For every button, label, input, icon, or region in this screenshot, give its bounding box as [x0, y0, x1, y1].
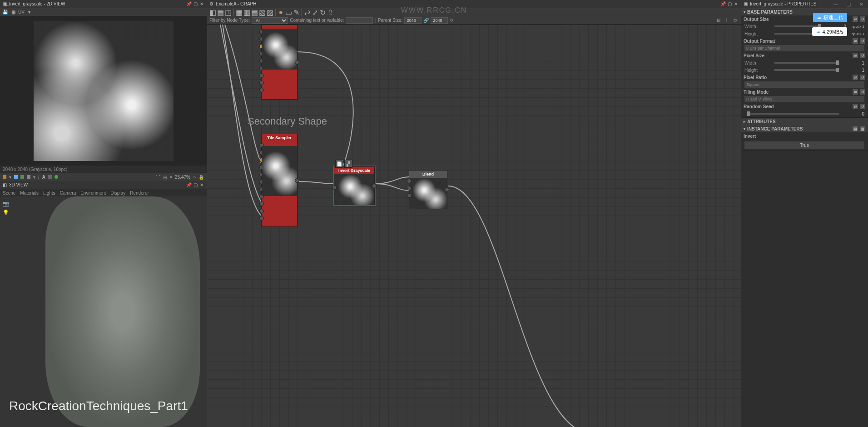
swatch-icon[interactable]	[14, 175, 18, 179]
seed-slider[interactable]	[747, 113, 839, 115]
size-input[interactable]	[431, 17, 448, 24]
popout-icon[interactable]: ▢	[726, 1, 733, 7]
close-icon[interactable]: ✕	[733, 1, 739, 7]
light-icon[interactable]: 💡	[3, 210, 9, 216]
text-icon[interactable]: A	[42, 175, 45, 180]
close-button[interactable]: ✕	[857, 1, 865, 7]
layers-icon[interactable]	[3, 175, 6, 179]
parent-size-input[interactable]	[404, 17, 422, 24]
contain-input[interactable]	[346, 17, 373, 24]
node-port[interactable]	[259, 73, 264, 78]
view-icon[interactable]: ⊞	[715, 17, 722, 24]
node-invert-grayscale[interactable]: 📄 ▞ Invert Grayscale	[334, 166, 375, 205]
grid-icon[interactable]	[27, 175, 30, 179]
uv-dropdown-icon[interactable]: ▾	[26, 9, 33, 15]
node-output-port[interactable]	[295, 60, 299, 65]
node-doc-icon[interactable]: 📄	[335, 160, 343, 168]
pin-icon[interactable]: 📌	[186, 1, 192, 7]
align-icon[interactable]: ▧	[259, 9, 265, 15]
node-input-port[interactable]	[332, 185, 337, 190]
export-icon[interactable]: ⇪	[327, 9, 333, 15]
section-header-attributes[interactable]: ▸ ATTRIBUTES	[741, 118, 868, 125]
tool-icon[interactable]: ◳	[225, 9, 231, 15]
minimize-button[interactable]: —	[832, 1, 840, 7]
close-icon[interactable]: ✕	[198, 1, 205, 7]
align-icon[interactable]: ▦	[236, 9, 242, 15]
comment-icon[interactable]: ✎	[293, 9, 299, 15]
target-icon[interactable]: ◎	[163, 175, 167, 180]
info-icon[interactable]: i	[724, 17, 730, 24]
refresh-icon[interactable]: ↻	[450, 18, 453, 23]
graph-canvas[interactable]: Secondary Shape Tile	[207, 25, 741, 427]
node-add-icon[interactable]: ●	[278, 9, 284, 15]
link-icon[interactable]: ⇄	[853, 89, 858, 95]
reset-icon[interactable]: ↺	[860, 104, 865, 109]
invert-toggle-button[interactable]: True	[744, 141, 864, 149]
node-output-port[interactable]	[372, 184, 377, 188]
link-icon[interactable]: ⇄	[853, 38, 858, 44]
copy-icon[interactable]: ▣	[10, 9, 16, 15]
px-width-slider[interactable]	[774, 62, 839, 64]
link-icon[interactable]: ⇄	[853, 104, 858, 109]
pin-icon[interactable]: 📌	[186, 182, 192, 188]
node-port[interactable]	[259, 216, 264, 221]
node-input-port[interactable]	[407, 186, 412, 191]
reset-icon[interactable]: ↺	[860, 16, 865, 22]
tool-icon[interactable]: ▤	[217, 9, 223, 15]
align-icon[interactable]: ▨	[267, 9, 273, 15]
upload-badge[interactable]: ☁ 极速上传	[813, 13, 847, 22]
menu-camera[interactable]: Camera	[60, 191, 76, 196]
frame-icon[interactable]: ▭	[285, 9, 292, 15]
unlink-icon[interactable]: ⤢	[312, 9, 318, 15]
menu-lights[interactable]: Lights	[43, 191, 55, 196]
menu-display[interactable]: Display	[110, 191, 125, 196]
node-output-port[interactable]	[445, 187, 449, 192]
refresh-icon[interactable]: ↻	[319, 9, 326, 15]
link-icon[interactable]: ⇄	[304, 9, 310, 15]
node-input-port[interactable]	[407, 179, 412, 183]
menu-scene[interactable]: Scene	[3, 191, 15, 196]
node-port[interactable]	[259, 209, 264, 213]
node-checker-icon[interactable]: ▞	[344, 160, 352, 168]
tool-icon[interactable]: ◧	[209, 9, 216, 15]
node-port[interactable]	[259, 201, 264, 206]
px-height-slider[interactable]	[774, 69, 839, 71]
3d-view-canvas[interactable]: 📷 💡	[0, 196, 207, 427]
format-select[interactable]: 8 Bits per Channel	[744, 45, 864, 51]
lock-icon[interactable]: 🔒	[198, 175, 204, 180]
menu-renderer[interactable]: Renderer	[130, 191, 149, 196]
section-header-base[interactable]: ▾ BASE PARAMETERS	[741, 8, 868, 15]
menu-materials[interactable]: Materials	[20, 191, 39, 196]
popout-icon[interactable]: ▢	[192, 182, 198, 188]
node-port[interactable]	[259, 80, 264, 85]
2d-view-canvas[interactable]	[0, 16, 207, 166]
save-icon[interactable]: 💾	[2, 9, 8, 15]
back-arrow-icon[interactable]: ←	[4, 2, 10, 9]
node-blend[interactable]: Blend	[409, 170, 447, 209]
reset-icon[interactable]: ↺	[860, 75, 865, 80]
link-icon[interactable]: ⇄	[853, 16, 858, 22]
tiling-select[interactable]: H and V Tiling	[744, 96, 864, 102]
link-icon[interactable]: 🔗	[423, 18, 429, 23]
node-output-port[interactable]	[295, 178, 299, 183]
section-header-instance[interactable]: ▾ INSTANCE PARAMETERS ▤▥	[741, 125, 868, 132]
settings-icon[interactable]: ⚙	[732, 17, 738, 24]
popout-icon[interactable]: ▢	[192, 1, 198, 7]
status-dot-icon[interactable]	[55, 175, 58, 179]
reset-icon[interactable]: ↺	[860, 38, 865, 44]
reset-icon[interactable]: ↺	[860, 53, 865, 58]
align-icon[interactable]: ▥	[243, 9, 250, 15]
tool-icon[interactable]	[48, 175, 52, 179]
info-icon[interactable]: i	[38, 175, 40, 180]
zoom-reset-icon[interactable]: ○	[193, 175, 196, 180]
green-swatch-icon[interactable]	[20, 175, 24, 179]
node-input-port[interactable]	[407, 193, 412, 198]
camera-icon[interactable]: 📷	[3, 201, 9, 207]
link-icon[interactable]: ⇄	[853, 53, 858, 58]
menu-environment[interactable]: Environment	[80, 191, 106, 196]
node-port[interactable]	[259, 88, 264, 92]
collapse-icon[interactable]: ▥	[860, 126, 865, 131]
pin-icon[interactable]: 📌	[720, 1, 726, 7]
fit-icon[interactable]: ⛶	[156, 175, 160, 180]
align-icon[interactable]: ▤	[251, 9, 258, 15]
